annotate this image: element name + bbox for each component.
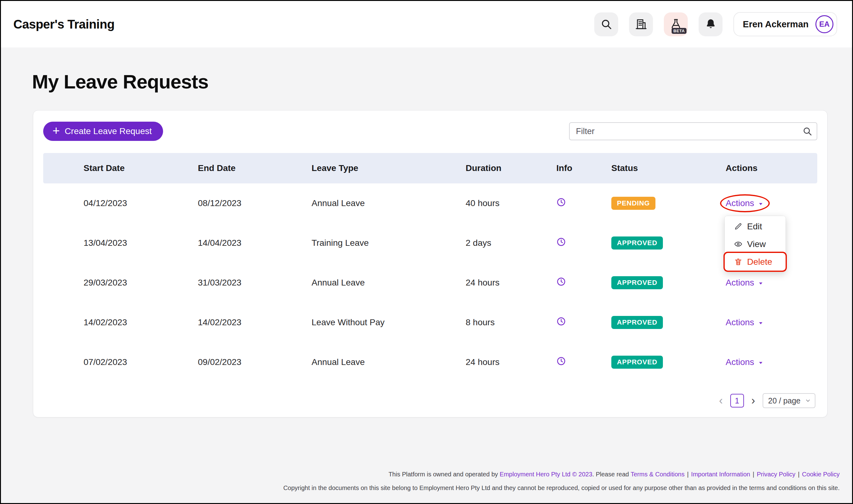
menu-item-label: Edit (747, 221, 762, 232)
actions-dropdown-trigger[interactable]: Actions (726, 198, 764, 208)
cell-duration: 24 hours (466, 357, 556, 367)
page-size-select[interactable]: 20 / page (763, 393, 815, 408)
cell-end-date: 14/04/2023 (198, 238, 312, 248)
company-button[interactable] (629, 13, 653, 36)
cell-leave-type: Annual Leave (312, 278, 466, 288)
app-title: Casper's Training (13, 17, 115, 31)
cell-leave-type: Training Leave (312, 238, 466, 248)
col-end-date: End Date (198, 163, 312, 173)
next-page-button[interactable]: › (751, 395, 755, 406)
screenshot-frame: Casper's Training BETA Eren Ackerman EA … (0, 0, 853, 504)
cell-duration: 8 hours (466, 318, 556, 327)
user-name: Eren Ackerman (743, 19, 808, 30)
filter-input[interactable] (569, 122, 817, 140)
beta-badge: BETA (672, 28, 686, 34)
eye-icon (734, 240, 743, 248)
user-menu[interactable]: Eren Ackerman EA (733, 12, 837, 36)
cell-end-date: 31/03/2023 (198, 278, 312, 288)
clock-icon[interactable] (556, 237, 566, 247)
avatar: EA (815, 15, 833, 33)
col-start-date: Start Date (43, 163, 198, 173)
col-status: Status (611, 163, 726, 173)
col-actions: Actions (726, 163, 817, 173)
trash-icon (734, 257, 743, 266)
notifications-button[interactable] (699, 13, 723, 36)
create-leave-request-button[interactable]: + Create Leave Request (43, 122, 163, 141)
footer-link-cookie-policy[interactable]: Cookie Policy (802, 471, 840, 478)
footer-separator: | (798, 471, 800, 478)
cell-duration: 24 hours (466, 278, 556, 288)
actions-dropdown-trigger[interactable]: Actions (726, 278, 764, 288)
status-badge: APPROVED (611, 316, 663, 329)
footer-copyright-line: Copyright in the documents on this site … (1, 483, 840, 492)
status-badge: APPROVED (611, 356, 663, 369)
table-row: 07/02/2023 09/02/2023 Annual Leave 24 ho… (43, 342, 817, 382)
filter-field (569, 122, 817, 140)
clock-icon[interactable] (556, 277, 566, 286)
actions-label: Actions (726, 278, 754, 288)
cell-leave-type: Leave Without Pay (312, 318, 466, 327)
header-actions: BETA Eren Ackerman EA (594, 12, 837, 36)
current-page-button[interactable]: 1 (730, 394, 744, 408)
actions-label: Actions (726, 198, 754, 208)
cell-end-date: 09/02/2023 (198, 357, 312, 367)
table-row: 14/02/2023 14/02/2023 Leave Without Pay … (43, 303, 817, 342)
actions-dropdown-menu: Edit View Delete (725, 216, 786, 272)
footer-text: This Platform is owned and operated by (388, 471, 500, 478)
cell-start-date: 07/02/2023 (43, 357, 198, 367)
footer-link-terms[interactable]: Terms & Conditions (631, 471, 684, 478)
clock-icon[interactable] (556, 356, 566, 366)
status-badge: APPROVED (611, 276, 663, 289)
menu-item-edit[interactable]: Edit (725, 218, 786, 235)
table-row: 13/04/2023 14/04/2023 Training Leave 2 d… (43, 223, 817, 263)
cell-start-date: 29/03/2023 (43, 278, 198, 288)
page-size-value: 20 / page (768, 396, 801, 405)
clock-icon[interactable] (556, 197, 566, 207)
cell-end-date: 08/12/2023 (198, 198, 312, 208)
search-icon (600, 18, 612, 30)
create-button-label: Create Leave Request (65, 126, 152, 136)
prev-page-button[interactable]: ‹ (719, 395, 723, 406)
menu-item-view[interactable]: View (725, 235, 786, 253)
status-badge: PENDING (611, 197, 656, 210)
status-badge: APPROVED (611, 236, 663, 250)
footer-separator: | (687, 471, 689, 478)
clock-icon[interactable] (556, 317, 566, 326)
footer-link-important-information[interactable]: Important Information (691, 471, 750, 478)
footer-link-employment-hero[interactable]: Employment Hero Pty Ltd © 2023 (500, 471, 592, 478)
cell-start-date: 04/12/2023 (43, 198, 198, 208)
col-duration: Duration (466, 163, 556, 173)
cell-duration: 2 days (466, 238, 556, 248)
table-header: Start Date End Date Leave Type Duration … (43, 153, 817, 183)
caret-down-icon (757, 320, 764, 326)
caret-down-icon (757, 200, 764, 207)
caret-down-icon (757, 359, 764, 366)
footer-separator: | (753, 471, 754, 478)
footer-legal-line: This Platform is owned and operated by E… (1, 470, 840, 479)
footer-link-privacy-policy[interactable]: Privacy Policy (757, 471, 795, 478)
actions-dropdown-trigger[interactable]: Actions (726, 357, 764, 367)
pencil-icon (734, 222, 743, 231)
cell-leave-type: Annual Leave (312, 198, 466, 208)
actions-dropdown-trigger[interactable]: Actions (726, 318, 764, 327)
cell-start-date: 13/04/2023 (43, 238, 198, 248)
site-footer: This Platform is owned and operated by E… (1, 470, 852, 503)
caret-down-icon (757, 280, 764, 287)
beta-flask-button[interactable]: BETA (664, 13, 688, 36)
menu-item-delete[interactable]: Delete (725, 253, 786, 271)
app-header: Casper's Training BETA Eren Ackerman EA (1, 1, 852, 48)
plus-icon: + (52, 124, 59, 137)
card-toolbar: + Create Leave Request (43, 122, 817, 141)
red-ellipse-annotation: Actions (726, 198, 764, 208)
footer-text: . Please read (592, 471, 631, 478)
search-button[interactable] (594, 13, 618, 36)
page-title: My Leave Requests (1, 48, 852, 93)
col-leave-type: Leave Type (312, 163, 466, 173)
cell-start-date: 14/02/2023 (43, 318, 198, 327)
table-row: 29/03/2023 31/03/2023 Annual Leave 24 ho… (43, 263, 817, 303)
main-content: My Leave Requests + Create Leave Request… (1, 48, 852, 470)
col-info: Info (556, 163, 611, 173)
bell-icon (705, 18, 717, 30)
table-row: 04/12/2023 08/12/2023 Annual Leave 40 ho… (43, 183, 817, 223)
actions-label: Actions (726, 357, 754, 367)
